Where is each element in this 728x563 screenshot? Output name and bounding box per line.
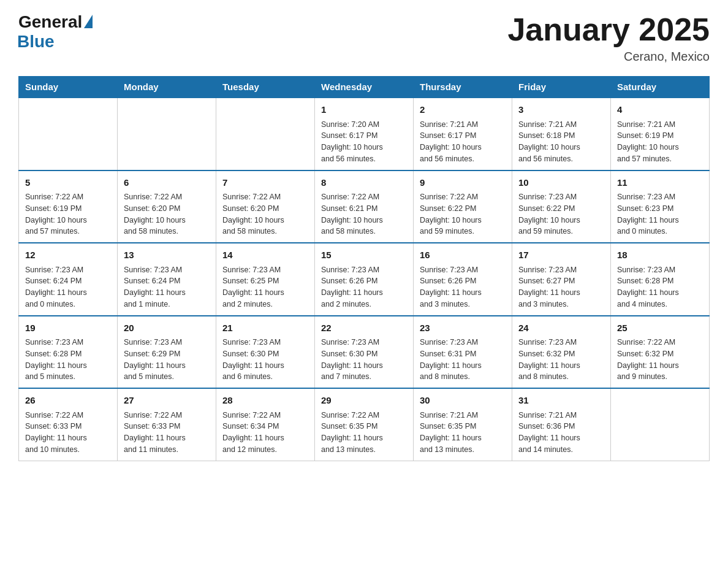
day-info: Sunset: 6:33 PM xyxy=(124,421,210,432)
calendar-cell: 6Sunrise: 7:22 AMSunset: 6:20 PMDaylight… xyxy=(118,170,216,243)
day-info: and 56 minutes. xyxy=(321,153,407,165)
logo-triangle-icon xyxy=(84,15,93,28)
day-info: Daylight: 11 hours xyxy=(124,432,210,444)
day-info: Sunrise: 7:22 AM xyxy=(222,410,308,421)
day-number: 13 xyxy=(124,248,210,262)
calendar-week-5: 26Sunrise: 7:22 AMSunset: 6:33 PMDayligh… xyxy=(19,388,710,461)
day-info: Sunrise: 7:22 AM xyxy=(420,191,506,203)
day-info: Sunset: 6:32 PM xyxy=(518,348,604,360)
day-info: Daylight: 11 hours xyxy=(321,360,407,372)
calendar-cell: 21Sunrise: 7:23 AMSunset: 6:30 PMDayligh… xyxy=(216,316,315,389)
calendar-cell: 22Sunrise: 7:23 AMSunset: 6:30 PMDayligh… xyxy=(315,316,414,389)
day-info: and 57 minutes. xyxy=(617,153,703,165)
day-info: Sunset: 6:19 PM xyxy=(25,203,111,215)
day-number: 24 xyxy=(518,321,604,335)
day-info: and 58 minutes. xyxy=(321,226,407,237)
day-info: and 0 minutes. xyxy=(617,226,703,237)
day-number: 20 xyxy=(124,321,210,335)
day-info: Sunset: 6:32 PM xyxy=(617,348,703,360)
day-number: 6 xyxy=(124,176,210,190)
day-number: 9 xyxy=(420,176,506,190)
day-info: Sunset: 6:27 PM xyxy=(518,275,604,287)
day-number: 29 xyxy=(321,394,407,408)
day-info: and 2 minutes. xyxy=(222,299,308,310)
logo: General Blue xyxy=(18,12,93,52)
day-info: Sunrise: 7:23 AM xyxy=(124,264,210,276)
header-day-monday: Monday xyxy=(118,77,216,98)
calendar-cell: 13Sunrise: 7:23 AMSunset: 6:24 PMDayligh… xyxy=(118,243,216,316)
day-info: Sunrise: 7:21 AM xyxy=(518,410,604,421)
day-info: Daylight: 10 hours xyxy=(321,142,407,153)
day-info: Sunrise: 7:21 AM xyxy=(420,410,506,421)
calendar-cell: 20Sunrise: 7:23 AMSunset: 6:29 PMDayligh… xyxy=(118,316,216,389)
day-info: and 3 minutes. xyxy=(518,299,604,310)
day-info: and 13 minutes. xyxy=(420,444,506,456)
day-info: and 2 minutes. xyxy=(321,299,407,310)
calendar-cell: 11Sunrise: 7:23 AMSunset: 6:23 PMDayligh… xyxy=(611,170,710,243)
calendar-cell: 4Sunrise: 7:21 AMSunset: 6:19 PMDaylight… xyxy=(611,98,710,170)
day-info: Sunrise: 7:21 AM xyxy=(617,119,703,131)
day-info: Sunrise: 7:22 AM xyxy=(25,191,111,203)
day-number: 12 xyxy=(25,248,111,262)
header-day-sunday: Sunday xyxy=(19,77,118,98)
day-info: and 0 minutes. xyxy=(25,299,111,310)
calendar-header-row: SundayMondayTuesdayWednesdayThursdayFrid… xyxy=(19,77,710,98)
day-info: Daylight: 11 hours xyxy=(222,287,308,299)
day-number: 14 xyxy=(222,248,308,262)
calendar-cell: 10Sunrise: 7:23 AMSunset: 6:22 PMDayligh… xyxy=(512,170,611,243)
day-number: 22 xyxy=(321,321,407,335)
day-number: 8 xyxy=(321,176,407,190)
day-info: Daylight: 10 hours xyxy=(420,142,506,153)
day-info: Daylight: 11 hours xyxy=(617,215,703,226)
logo-top: General xyxy=(18,12,93,32)
calendar-subtitle: Cerano, Mexico xyxy=(507,50,710,64)
logo-general-text: General xyxy=(18,12,82,32)
day-number: 11 xyxy=(617,176,703,190)
day-info: Daylight: 10 hours xyxy=(617,142,703,153)
calendar-cell: 23Sunrise: 7:23 AMSunset: 6:31 PMDayligh… xyxy=(414,316,512,389)
calendar-cell: 19Sunrise: 7:23 AMSunset: 6:28 PMDayligh… xyxy=(19,316,118,389)
page-header: General Blue January 2025 Cerano, Mexico xyxy=(18,12,710,64)
day-info: Daylight: 11 hours xyxy=(617,360,703,372)
day-info: and 9 minutes. xyxy=(617,371,703,383)
day-info: Sunrise: 7:21 AM xyxy=(518,119,604,131)
calendar-cell: 16Sunrise: 7:23 AMSunset: 6:26 PMDayligh… xyxy=(414,243,512,316)
day-info: Sunset: 6:28 PM xyxy=(25,348,111,360)
calendar-cell xyxy=(611,388,710,461)
day-info: Daylight: 11 hours xyxy=(124,287,210,299)
day-info: and 59 minutes. xyxy=(518,226,604,237)
calendar-cell: 31Sunrise: 7:21 AMSunset: 6:36 PMDayligh… xyxy=(512,388,611,461)
day-info: Sunset: 6:36 PM xyxy=(518,421,604,432)
calendar-week-4: 19Sunrise: 7:23 AMSunset: 6:28 PMDayligh… xyxy=(19,316,710,389)
calendar-cell: 28Sunrise: 7:22 AMSunset: 6:34 PMDayligh… xyxy=(216,388,315,461)
calendar-cell: 1Sunrise: 7:20 AMSunset: 6:17 PMDaylight… xyxy=(315,98,414,170)
day-info: Daylight: 11 hours xyxy=(222,432,308,444)
day-number: 30 xyxy=(420,394,506,408)
day-number: 15 xyxy=(321,248,407,262)
day-info: and 12 minutes. xyxy=(222,444,308,456)
calendar-cell: 26Sunrise: 7:22 AMSunset: 6:33 PMDayligh… xyxy=(19,388,118,461)
logo-blue-text: Blue xyxy=(17,32,55,52)
day-info: Daylight: 11 hours xyxy=(321,432,407,444)
title-section: January 2025 Cerano, Mexico xyxy=(507,12,710,64)
day-info: and 5 minutes. xyxy=(25,371,111,383)
day-info: Sunset: 6:35 PM xyxy=(321,421,407,432)
day-info: Daylight: 10 hours xyxy=(321,215,407,226)
day-info: Sunset: 6:20 PM xyxy=(124,203,210,215)
day-info: and 8 minutes. xyxy=(420,371,506,383)
day-info: Sunrise: 7:22 AM xyxy=(124,191,210,203)
header-day-saturday: Saturday xyxy=(611,77,710,98)
day-info: and 3 minutes. xyxy=(420,299,506,310)
day-info: Sunset: 6:24 PM xyxy=(124,275,210,287)
calendar-cell: 17Sunrise: 7:23 AMSunset: 6:27 PMDayligh… xyxy=(512,243,611,316)
calendar-cell: 7Sunrise: 7:22 AMSunset: 6:20 PMDaylight… xyxy=(216,170,315,243)
calendar-cell: 12Sunrise: 7:23 AMSunset: 6:24 PMDayligh… xyxy=(19,243,118,316)
day-info: Sunrise: 7:23 AM xyxy=(222,337,308,348)
day-info: Daylight: 11 hours xyxy=(420,432,506,444)
day-number: 1 xyxy=(321,103,407,117)
calendar-table: SundayMondayTuesdayWednesdayThursdayFrid… xyxy=(18,76,710,461)
day-info: Sunset: 6:34 PM xyxy=(222,421,308,432)
calendar-cell: 30Sunrise: 7:21 AMSunset: 6:35 PMDayligh… xyxy=(414,388,512,461)
day-number: 3 xyxy=(518,103,604,117)
day-info: and 56 minutes. xyxy=(420,153,506,165)
